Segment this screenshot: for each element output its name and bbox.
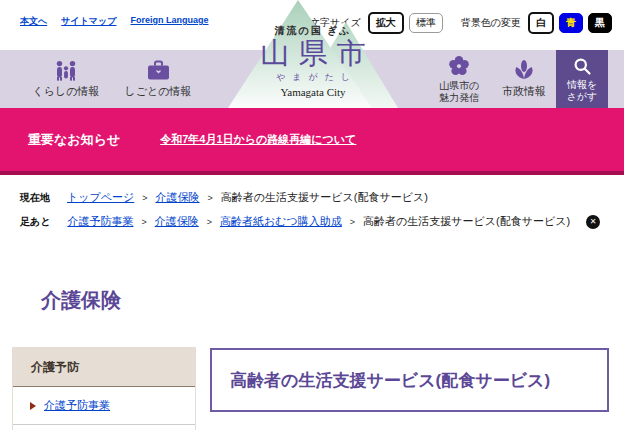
nav-item-living-info[interactable]: くらしの情報 bbox=[16, 50, 116, 108]
bg-blue-button[interactable]: 青 bbox=[559, 13, 583, 33]
footprints-trail: 足あと 介護予防事業 > 介護保険 > 高齢者紙おむつ購入助成 > 高齢者の生活… bbox=[20, 214, 600, 229]
link-sitemap[interactable]: サイトマップ bbox=[61, 15, 116, 28]
nav-item-work-info[interactable]: しごとの情報 bbox=[112, 50, 204, 108]
nav-item-search[interactable]: 情報をさがす bbox=[556, 50, 608, 108]
link-to-content[interactable]: 本文へ bbox=[20, 15, 47, 28]
breadcrumb-separator: > bbox=[208, 193, 213, 203]
bg-black-button[interactable]: 黒 bbox=[588, 13, 612, 33]
arrow-right-icon bbox=[30, 402, 36, 410]
sidebar-menu: 介護予防 介護予防事業 bbox=[12, 347, 196, 430]
article-title: 高齢者の生活支援サービス(配食サービス) bbox=[230, 369, 550, 392]
plant-icon bbox=[512, 59, 536, 81]
page-title: 介護保険 bbox=[41, 287, 121, 314]
breadcrumb-current-page: 高齢者の生活支援サービス(配食サービス) bbox=[221, 190, 428, 205]
logo-romaji: Yamagata City bbox=[228, 86, 398, 98]
footprint-link-kaigo[interactable]: 介護保険 bbox=[155, 214, 199, 229]
text-size-standard-button[interactable]: 標準 bbox=[409, 13, 443, 33]
breadcrumb-label: 現在地 bbox=[20, 191, 50, 205]
breadcrumb: 現在地 トップページ > 介護保険 > 高齢者の生活支援サービス(配食サービス) bbox=[20, 190, 428, 205]
breadcrumb-separator: > bbox=[142, 193, 147, 203]
sidebar-item-kaigo-yobou-jigyou[interactable]: 介護予防事業 bbox=[13, 387, 195, 425]
logo-text: 清流の国 ぎふ 山県市 やまがたし Yamagata City bbox=[228, 0, 398, 98]
footprint-current-page: 高齢者の生活支援サービス(配食サービス) bbox=[363, 214, 570, 229]
footprints-label: 足あと bbox=[20, 215, 50, 229]
nav-label-charm: 山県市の魅力発信 bbox=[439, 80, 479, 104]
nav-label-search: 情報をさがす bbox=[567, 79, 598, 103]
briefcase-icon bbox=[147, 60, 170, 81]
footprints-separator: > bbox=[350, 217, 355, 227]
nav-label-citygov: 市政情報 bbox=[502, 84, 546, 99]
breadcrumb-link-top[interactable]: トップページ bbox=[67, 190, 134, 205]
sidebar-item-label: 介護予防事業 bbox=[44, 398, 110, 413]
family-icon bbox=[54, 60, 78, 81]
link-foreign-language[interactable]: Foreign Language bbox=[130, 15, 208, 28]
flower-crest-icon bbox=[448, 55, 470, 77]
footprint-link-yobou[interactable]: 介護予防事業 bbox=[67, 214, 133, 229]
bg-white-button[interactable]: 白 bbox=[528, 12, 554, 34]
nav-label-work: しごとの情報 bbox=[124, 84, 191, 99]
notice-link[interactable]: 令和7年4月1日からの路線再編について bbox=[160, 132, 356, 147]
sidebar-header-kaigo-yobou: 介護予防 bbox=[13, 348, 195, 387]
logo-city-name: 山県市 bbox=[237, 38, 398, 70]
footprints-separator: > bbox=[141, 217, 146, 227]
breadcrumb-link-kaigo[interactable]: 介護保険 bbox=[156, 190, 200, 205]
footprint-link-omutsu[interactable]: 高齢者紙おむつ購入助成 bbox=[220, 214, 342, 229]
logo-kana: やまがたし bbox=[235, 71, 398, 84]
nav-label-living: くらしの情報 bbox=[32, 84, 99, 99]
bg-color-label: 背景色の変更 bbox=[461, 16, 521, 30]
search-icon bbox=[572, 56, 592, 76]
nav-item-city-charm[interactable]: 山県市の魅力発信 bbox=[422, 50, 496, 108]
important-notice-banner: 重要なお知らせ 令和7年4月1日からの路線再編について bbox=[0, 108, 624, 175]
notice-title: 重要なお知らせ bbox=[28, 131, 120, 149]
article-title-box: 高齢者の生活支援サービス(配食サービス) bbox=[210, 348, 609, 412]
nav-item-city-government[interactable]: 市政情報 bbox=[494, 50, 554, 108]
city-logo[interactable]: 清流の国 ぎふ 山県市 やまがたし Yamagata City bbox=[228, 0, 398, 108]
logo-tagline: 清流の国 ぎふ bbox=[228, 24, 398, 38]
skip-links: 本文へ サイトマップ Foreign Language bbox=[20, 15, 209, 28]
footprints-close-icon[interactable]: ✕ bbox=[586, 215, 600, 229]
footprints-separator: > bbox=[207, 217, 212, 227]
page: 本文へ サイトマップ Foreign Language 文字サイズ 拡大 標準 … bbox=[0, 0, 624, 430]
